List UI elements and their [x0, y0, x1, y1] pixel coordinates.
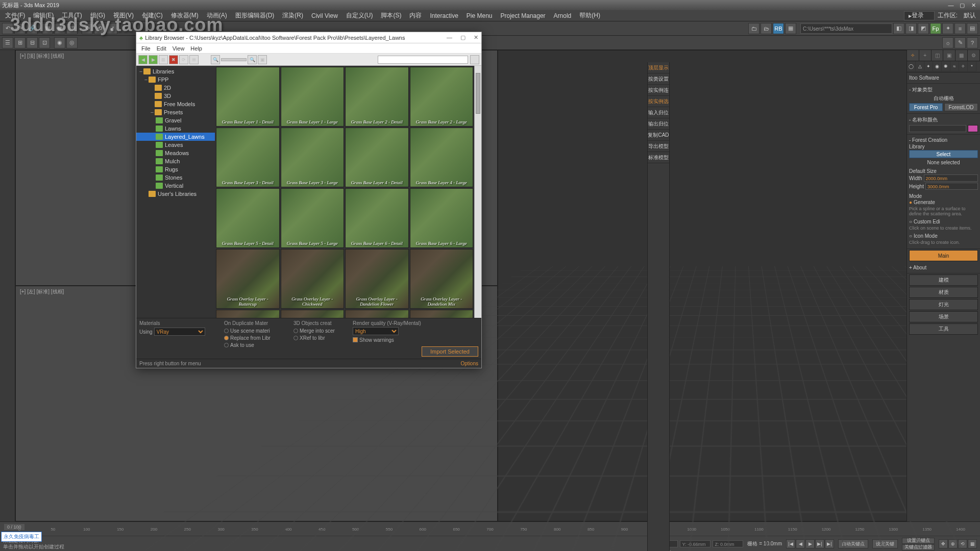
- ribbon-item[interactable]: 导出模型: [648, 141, 669, 152]
- obj3d-opt[interactable]: Merge into scer: [293, 327, 350, 334]
- keyfilter-button[interactable]: 设置关键点: [902, 538, 935, 544]
- setkey-button[interactable]: 设定关键: [872, 539, 898, 548]
- lib-tool-icon[interactable]: ✖: [169, 55, 178, 64]
- forest-pro-button[interactable]: Forest Pro: [909, 103, 943, 111]
- lib-menu-view[interactable]: View: [169, 45, 188, 52]
- cat-icon[interactable]: ≈: [950, 61, 959, 71]
- coord-y[interactable]: Y: -0.66mm: [680, 540, 710, 547]
- lib-title-bar[interactable]: ♣ Library Browser - C:\Users\kyz\AppData…: [136, 32, 481, 43]
- toolbar-icon[interactable]: ?: [967, 37, 978, 48]
- menu-pie[interactable]: Pie Menu: [462, 11, 497, 20]
- timeline[interactable]: 0 / 100 05010015020025030035040045050055…: [0, 522, 980, 536]
- lib-thumb[interactable]: Grass Base Layer 1 - Detail: [216, 67, 280, 127]
- lib-thumb[interactable]: [410, 310, 474, 318]
- obj3d-opt[interactable]: XRef to libr: [293, 334, 350, 341]
- nav-icon[interactable]: ▦: [968, 539, 977, 548]
- toolbar-icon[interactable]: ⊡: [39, 37, 50, 48]
- lib-thumb[interactable]: Grass Base Layer 3 - Large: [281, 128, 345, 187]
- forest-pack-icon[interactable]: Fp: [930, 23, 941, 34]
- toolbar-icon[interactable]: ✦: [942, 23, 953, 34]
- tree-preset-item[interactable]: Leaves: [136, 141, 215, 149]
- maximize-icon[interactable]: ▢: [958, 2, 967, 9]
- ribbon-item[interactable]: 按实例连: [648, 85, 669, 96]
- lib-thumb[interactable]: Grass Base Layer 3 - Detail: [216, 128, 280, 187]
- mode-icon[interactable]: Icon Mode: [914, 233, 938, 239]
- lib-thumb[interactable]: Grass Overlay Layer - Dandelion Mix: [410, 249, 474, 309]
- goto-end-icon[interactable]: ▶|: [825, 539, 834, 548]
- lib-thumb[interactable]: Grass Base Layer 5 - Large: [281, 188, 345, 248]
- menu-custom[interactable]: 自定义(U): [342, 10, 377, 21]
- tab-util-icon[interactable]: ⚙: [968, 50, 980, 61]
- lib-thumb[interactable]: Grass Base Layer 2 - Detail: [345, 67, 409, 127]
- ribbon-item[interactable]: 按类设置: [648, 73, 669, 85]
- lib-scrollbar[interactable]: [474, 66, 481, 318]
- nav-icon[interactable]: ⊕: [948, 539, 958, 548]
- tree-presets[interactable]: −Presets: [136, 108, 215, 116]
- forest-lod-button[interactable]: ForestLOD: [944, 103, 978, 111]
- menu-help[interactable]: 帮助(H): [575, 10, 604, 21]
- render-engine-select[interactable]: VRay: [154, 328, 205, 336]
- toolbar-icon[interactable]: ≡: [954, 23, 966, 34]
- ribbon-item[interactable]: 顶层显示: [648, 62, 669, 73]
- menu-pm[interactable]: Project Manager: [497, 11, 550, 20]
- tab-display-icon[interactable]: ▦: [955, 50, 968, 61]
- play-icon[interactable]: ▶: [805, 539, 815, 548]
- toolbar-icon[interactable]: RB: [773, 23, 784, 34]
- width-field[interactable]: 2000.0mm: [924, 174, 978, 182]
- lib-close-icon[interactable]: ✕: [474, 34, 478, 41]
- lib-thumb[interactable]: [216, 310, 280, 318]
- tree-preset-item[interactable]: Stones: [136, 173, 215, 182]
- tree-preset-item[interactable]: Meadows: [136, 149, 215, 157]
- lib-fwd-icon[interactable]: ▶: [149, 55, 158, 64]
- goto-start-icon[interactable]: |◀: [786, 539, 795, 548]
- mode-custom[interactable]: Custom Edi: [914, 219, 940, 224]
- lib-menu-help[interactable]: Help: [187, 45, 205, 52]
- lib-thumb[interactable]: Grass Base Layer 6 - Large: [410, 188, 474, 248]
- tab-hierarchy-icon[interactable]: ◫: [932, 50, 944, 61]
- name-field[interactable]: [909, 125, 966, 132]
- lib-tool-icon[interactable]: ▣: [258, 55, 267, 64]
- cat-icon[interactable]: △: [916, 61, 924, 71]
- tree-user-libraries[interactable]: User's Libraries: [136, 190, 215, 198]
- tab-motion-icon[interactable]: ▣: [943, 50, 955, 61]
- workspace-value[interactable]: 默认: [961, 11, 979, 20]
- lib-thumb[interactable]: Grass Base Layer 4 - Large: [410, 128, 474, 187]
- tab-create-icon[interactable]: ✧: [907, 50, 919, 61]
- side-button[interactable]: 场景: [909, 311, 978, 322]
- height-field[interactable]: 3000.0mm: [925, 183, 978, 190]
- library-select-button[interactable]: Select: [909, 150, 978, 158]
- tree-preset-item[interactable]: Gravel: [136, 116, 215, 124]
- lib-thumb[interactable]: Grass Base Layer 6 - Detail: [345, 188, 409, 248]
- show-warnings-check[interactable]: Show warnings: [353, 336, 478, 343]
- import-selected-button[interactable]: Import Selected: [422, 346, 478, 357]
- side-main-button[interactable]: Main: [909, 250, 978, 261]
- cat-icon[interactable]: ✺: [942, 61, 950, 71]
- lib-maximize-icon[interactable]: ▢: [460, 34, 465, 41]
- close-icon[interactable]: ✕: [969, 2, 978, 9]
- menu-script[interactable]: 脚本(S): [377, 10, 405, 21]
- toolbar-icon[interactable]: ✎: [954, 37, 966, 48]
- lib-thumb[interactable]: Grass Base Layer 5 - Detail: [216, 188, 280, 248]
- lib-thumb[interactable]: [281, 310, 345, 318]
- side-button[interactable]: 材质: [909, 287, 978, 298]
- coord-z[interactable]: Z: 0.0mm: [713, 540, 743, 547]
- tab-modify-icon[interactable]: +: [919, 50, 932, 61]
- toolbar-icon[interactable]: ▦: [785, 23, 796, 34]
- toolbar-icon[interactable]: 🗁: [761, 23, 772, 34]
- toolbar-icon[interactable]: ⊞: [14, 37, 26, 48]
- ribbon-item[interactable]: 输入归位: [648, 107, 669, 118]
- login-dropdown[interactable]: ▸ 登录: [904, 11, 935, 20]
- lib-back-icon[interactable]: ◀: [138, 55, 148, 64]
- toolbar-icon[interactable]: 🗀: [748, 23, 760, 34]
- tree-item[interactable]: 3D: [136, 92, 215, 100]
- next-frame-icon[interactable]: ▶|: [815, 539, 824, 548]
- dup-opt[interactable]: Ask to use: [224, 341, 290, 348]
- side-button[interactable]: 工具: [909, 323, 978, 335]
- side-button[interactable]: 灯光: [909, 299, 978, 310]
- color-swatch[interactable]: [968, 125, 978, 132]
- prev-frame-icon[interactable]: ◀: [796, 539, 805, 548]
- cat-icon[interactable]: ✧: [959, 61, 968, 71]
- ribbon-item[interactable]: 按实例选: [648, 96, 669, 107]
- menu-arnold[interactable]: Arnold: [550, 11, 576, 20]
- cat-icon[interactable]: ◯: [907, 61, 916, 71]
